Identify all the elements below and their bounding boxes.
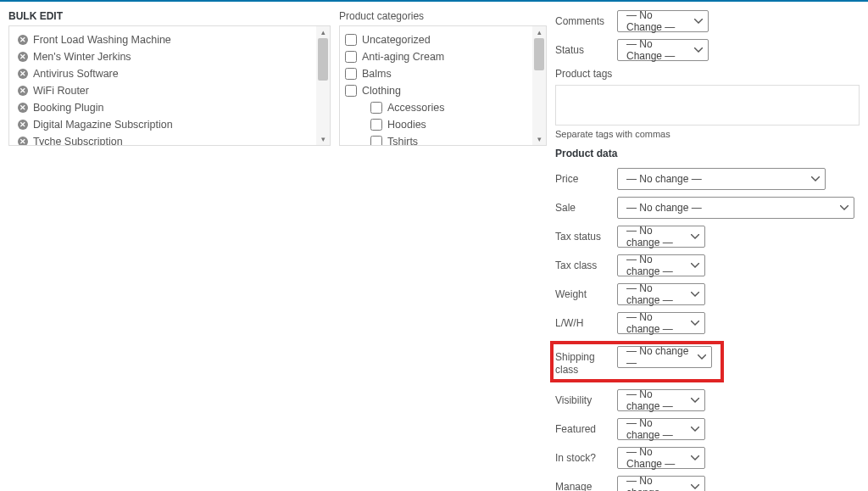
select-value: — No change — [626,311,682,335]
categories-title: Product categories [339,10,547,22]
chevron-down-icon [840,205,849,210]
category-checkbox[interactable] [345,34,357,46]
list-item: Men's Winter Jerkins [9,48,330,65]
select-value: — No Change — [626,38,686,62]
shipping-class-highlight: Shipping class — No change — [550,341,724,382]
lwh-label: L/W/H [555,312,610,331]
remove-icon[interactable] [18,103,28,113]
in-stock-select[interactable]: — No Change — [617,447,705,469]
chevron-down-icon [691,455,699,460]
tax-class-label: Tax class [555,254,610,273]
list-item-label: Front Load Washing Machine [33,34,171,46]
select-value: — No change — [626,225,682,248]
price-label: Price [555,168,610,187]
scroll-down-icon[interactable]: ▾ [316,133,330,145]
bulk-edit-listbox: Front Load Washing MachineMen's Winter J… [8,25,331,146]
category-label: Uncategorized [362,34,431,46]
shipping-class-label: Shipping class [555,346,610,377]
category-item[interactable]: Accessories [340,99,546,116]
list-item-label: Tyche Subscription [33,136,123,145]
shipping-class-select[interactable]: — No change — [617,346,712,368]
select-value: — No change — [626,388,682,412]
remove-icon[interactable] [18,137,28,145]
category-item[interactable]: Anti-aging Cream [340,48,546,65]
comments-label: Comments [555,10,610,29]
list-item-label: WiFi Router [33,85,89,97]
tax-status-select[interactable]: — No change — [617,226,705,248]
scrollbar[interactable]: ▴ ▾ [316,26,330,145]
price-select[interactable]: — No change — [617,168,826,190]
product-tags-input[interactable] [555,85,860,126]
chevron-down-icon [694,47,703,53]
scroll-down-icon[interactable]: ▾ [532,133,546,145]
remove-icon[interactable] [18,52,28,62]
category-label: Tshirts [387,136,418,145]
status-label: Status [555,39,610,58]
list-item-label: Men's Winter Jerkins [33,51,131,63]
category-item[interactable]: Balms [340,65,546,82]
scroll-up-icon[interactable]: ▴ [532,26,546,38]
product-data-heading: Product data [555,148,860,159]
category-label: Clothing [362,85,401,97]
sale-select[interactable]: — No change — [617,197,854,219]
select-value: — No change — [626,254,682,277]
remove-icon[interactable] [18,86,28,96]
tax-status-label: Tax status [555,226,610,244]
select-value: — No change — [626,345,689,369]
category-item[interactable]: Tshirts [340,133,546,145]
category-checkbox[interactable] [370,119,382,131]
chevron-down-icon [691,292,699,297]
select-value: — No change — [626,417,682,441]
bulk-edit-title: BULK EDIT [8,10,331,22]
list-item: Booking Plugin [9,99,330,116]
list-item-label: Antivirus Software [33,68,119,80]
category-checkbox[interactable] [370,136,382,145]
manage-stock-label: Manage stock? [555,476,610,491]
chevron-down-icon [691,427,699,432]
product-tags-hint: Separate tags with commas [555,129,860,139]
category-label: Accessories [387,102,444,114]
category-checkbox[interactable] [345,85,357,97]
categories-listbox: UncategorizedAnti-aging CreamBalmsClothi… [339,25,547,146]
weight-select[interactable]: — No change — [617,283,705,305]
manage-stock-select[interactable]: — No change — [617,476,705,491]
category-item[interactable]: Uncategorized [340,31,546,48]
select-value: — No change — [626,173,702,185]
remove-icon[interactable] [18,69,28,79]
category-checkbox[interactable] [345,51,357,63]
list-item-label: Digital Magazine Subscription [33,119,173,131]
lwh-select[interactable]: — No change — [617,312,705,334]
status-select[interactable]: — No Change — [617,39,709,61]
list-item: Tyche Subscription [9,133,330,145]
remove-icon[interactable] [18,35,28,45]
select-value: — No change — [626,202,702,214]
category-label: Anti-aging Cream [362,51,444,63]
list-item: Front Load Washing Machine [9,31,330,48]
select-value: — No change — [626,282,682,306]
scroll-up-icon[interactable]: ▴ [316,26,330,38]
category-checkbox[interactable] [370,102,382,114]
scrollbar[interactable]: ▴ ▾ [532,26,546,145]
chevron-down-icon [691,263,699,268]
product-tags-label: Product tags [555,68,860,81]
category-checkbox[interactable] [345,68,357,80]
category-label: Hoodies [387,119,426,131]
chevron-down-icon [691,234,699,239]
comments-select[interactable]: — No Change — [617,10,709,32]
weight-label: Weight [555,283,610,302]
visibility-select[interactable]: — No change — [617,389,705,411]
list-item-label: Booking Plugin [33,102,103,114]
in-stock-label: In stock? [555,447,610,466]
visibility-label: Visibility [555,389,610,408]
category-item[interactable]: Clothing [340,82,546,99]
remove-icon[interactable] [18,120,28,130]
select-value: — No Change — [626,9,686,33]
tax-class-select[interactable]: — No change — [617,254,705,276]
featured-select[interactable]: — No change — [617,418,705,440]
sale-label: Sale [555,197,610,215]
category-item[interactable]: Hoodies [340,116,546,133]
chevron-down-icon [691,484,699,489]
select-value: — No change — [626,475,682,491]
chevron-down-icon [691,398,699,403]
list-item: Digital Magazine Subscription [9,116,330,133]
